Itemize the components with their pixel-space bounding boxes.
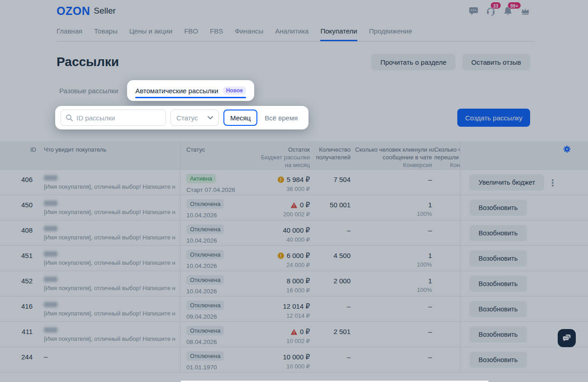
row-preview-cell: [Имя покупателя], отличный выбор! Напиши… (40, 271, 180, 296)
row-status-cell: Отключена 08.04.2026 (180, 321, 235, 347)
row-id: 406 (0, 169, 40, 195)
nav-item-fbo[interactable]: FBO (184, 22, 198, 41)
feedback-button[interactable]: Оставить отзыв (462, 54, 530, 70)
status-date: 08.04.2026 (186, 339, 235, 345)
gear-icon[interactable] (563, 145, 571, 153)
search-input[interactable] (76, 114, 161, 122)
chat-clicks-value: 1 (355, 277, 432, 285)
warning-icon (291, 202, 297, 208)
row-balance-cell: 8 000 ₽ 16 000 ₽ (235, 271, 315, 296)
row-actions-cell: Возобновить (460, 296, 588, 321)
status-select-value: Статус (176, 114, 198, 122)
support-headset-icon[interactable]: 33 (486, 6, 496, 16)
row-action-button[interactable]: Возобновить (469, 250, 527, 267)
blurred-name (44, 327, 57, 333)
row-id: 416 (0, 296, 40, 321)
row-chat-clicks-cell: – (355, 347, 434, 372)
row-action-button[interactable]: Увеличить бюджет (469, 174, 544, 191)
nav-item-prodvizhenie[interactable]: Продвижение (369, 22, 413, 41)
nav-item-analitika[interactable]: Аналитика (275, 22, 308, 41)
period-alltime-button[interactable]: Всё время (259, 110, 303, 126)
row-action-button[interactable]: Возобновить (469, 326, 527, 343)
row-preview-text: [Имя покупателя], отличный выбор! Напиши… (44, 183, 175, 190)
status-badge: Отключена (186, 351, 224, 361)
row-action-button[interactable]: Возобновить (469, 276, 527, 292)
tab-auto-mailings[interactable]: Автоматические рассылки Новое (127, 80, 254, 101)
budget-value: 10 000 ₽ (235, 363, 310, 370)
status-date: 10.04.2026 (186, 237, 235, 244)
nav-item-finansy[interactable]: Финансы (235, 22, 263, 41)
ozon-logo: OZON (57, 5, 90, 18)
nav-item-fbs[interactable]: FBS (210, 22, 223, 41)
budget-value: 10 002 ₽ (235, 338, 310, 344)
chat-conversion-value: 100% (355, 286, 432, 293)
balance-value: 0 ₽ (300, 328, 310, 336)
premium-crown-icon[interactable] (520, 6, 530, 16)
row-recipients-cell: 2 501 (315, 321, 355, 347)
status-date: 10.04.2026 (186, 288, 235, 295)
search-box[interactable] (61, 110, 166, 126)
seller-logo-label: Seller (94, 6, 116, 16)
budget-value: 36 000 ₽ (235, 186, 310, 192)
chat-clicks-value: – (355, 353, 432, 361)
row-balance-cell: !5 984 ₽ 36 000 ₽ (235, 169, 315, 195)
chat-clicks-value: – (355, 176, 432, 183)
blurred-name (44, 201, 57, 206)
row-status-cell: Отключена 01.01.1970 (180, 347, 235, 372)
row-link-clicks-cell (434, 271, 460, 296)
status-select[interactable]: Статус (171, 110, 219, 126)
row-chat-clicks-cell: 1 100% (355, 245, 434, 271)
row-preview-cell: [Имя покупателя], отличный выбор! Напиши… (40, 321, 180, 347)
page-actions: Прочитать о разделе Оставить отзыв (371, 54, 530, 70)
row-action-button[interactable]: Возобновить (469, 225, 527, 241)
col-header-id: ID (0, 141, 40, 169)
chat-icon[interactable] (469, 6, 479, 16)
page-header: Рассылки Прочитать о разделе Оставить от… (57, 54, 530, 70)
row-link-clicks-cell (434, 296, 460, 321)
bell-icon[interactable]: 99+ (503, 6, 513, 16)
tab-single-mailings[interactable]: Разовые рассылки (57, 87, 121, 95)
main-nav: Главная Товары Цены и акции FBO FBS Фина… (57, 22, 535, 42)
mailings-grid: ID Что увидит покупатель Статус Остаток … (0, 141, 588, 372)
row-balance-cell: !6 000 ₽ 24 000 ₽ (235, 245, 315, 271)
nav-item-tseny-i-aktsii[interactable]: Цены и акции (129, 22, 172, 41)
nav-item-tovary[interactable]: Товары (94, 22, 118, 41)
col-header-chat-clicks: Сколько человек кликнули на сообщение в … (355, 141, 434, 169)
row-id: 244 (0, 347, 40, 372)
nav-item-pokupateli[interactable]: Покупатели (320, 22, 357, 41)
chat-widget-button[interactable] (558, 329, 576, 347)
col-header-status: Статус (180, 141, 235, 169)
blurred-name (44, 302, 57, 307)
period-segmented-control: Месяц Всё время (223, 110, 303, 126)
row-preview-cell: [Имя покупателя], отличный выбор! Напиши… (40, 195, 180, 220)
chat-conversion-value: 100% (355, 261, 432, 268)
row-actions-cell: Возобновить (460, 245, 588, 271)
status-date: 01.01.1970 (186, 364, 235, 371)
status-date: Старт 07.04.2026 (186, 186, 235, 193)
warning-icon: ! (278, 253, 284, 259)
kebab-menu-icon[interactable] (551, 178, 555, 187)
row-recipients-cell: – (315, 220, 355, 245)
row-chat-clicks-cell: – (355, 296, 434, 321)
row-recipients-cell: 50 001 (315, 195, 355, 220)
row-action-button[interactable]: Возобновить (469, 352, 527, 368)
row-id: 450 (0, 195, 40, 220)
mailings-tabs: Разовые рассылки Автоматические рассылки… (57, 80, 588, 101)
row-preview-text: [Имя покупателя], отличный выбор! Напиши… (44, 285, 175, 291)
row-action-button[interactable]: Возобновить (469, 200, 527, 216)
row-link-clicks-cell (434, 347, 460, 372)
row-preview-text: [Имя покупателя], отличный выбор! Напиши… (44, 234, 175, 241)
row-link-clicks-cell (434, 321, 460, 347)
row-recipients-cell: 2 000 (315, 271, 355, 296)
row-recipients-cell: – (315, 296, 355, 321)
balance-value: 40 000 ₽ (283, 226, 310, 234)
period-month-button[interactable]: Месяц (223, 110, 257, 126)
create-mailing-button[interactable]: Создать рассылку (457, 109, 530, 127)
search-icon (66, 114, 73, 121)
read-about-button[interactable]: Прочитать о разделе (371, 54, 455, 70)
chat-clicks-value: – (355, 302, 432, 310)
nav-item-glavnaya[interactable]: Главная (57, 22, 82, 41)
row-action-button[interactable]: Возобновить (469, 301, 527, 317)
status-date: 10.04.2026 (186, 263, 235, 269)
row-status-cell: Отключена 09.04.2026 (180, 296, 235, 321)
